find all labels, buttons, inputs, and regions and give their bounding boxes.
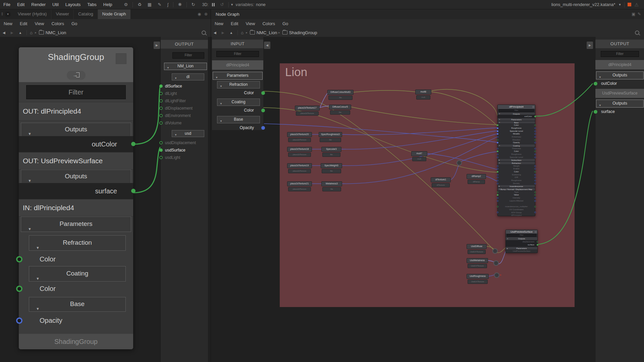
group-header[interactable]: ▼Base bbox=[498, 121, 535, 124]
node-port[interactable] bbox=[534, 139, 536, 141]
shading-node[interactable]: SpecWeight3 file bbox=[321, 163, 342, 173]
divider[interactable] bbox=[132, 2, 133, 7]
node-port[interactable] bbox=[497, 130, 498, 132]
node-port[interactable] bbox=[534, 191, 536, 193]
node-port[interactable] bbox=[497, 197, 498, 199]
param-row[interactable]: Opacity bbox=[498, 141, 535, 144]
shading-node[interactable]: dlRamp2 dlRamp bbox=[467, 174, 486, 184]
surface-port[interactable] bbox=[594, 110, 597, 114]
panel-collapse-button[interactable]: ◀ bbox=[264, 42, 270, 49]
menu-item[interactable]: New bbox=[0, 21, 16, 26]
param-row[interactable]: Value bbox=[498, 193, 535, 196]
outcolor-row[interactable]: outColor bbox=[595, 79, 644, 88]
param-row[interactable]: Roughness bbox=[498, 127, 535, 130]
terminal-item[interactable]: usdSurface bbox=[161, 146, 208, 154]
shading-node[interactable]: DiffuseColourMult3 file bbox=[327, 90, 354, 100]
terminal-item[interactable]: dlEnvironment bbox=[161, 112, 208, 119]
group-header[interactable]: ▼Coating bbox=[498, 144, 535, 147]
node-port[interactable] bbox=[497, 136, 498, 138]
coating-group-header[interactable]: ▼Coating bbox=[217, 99, 260, 106]
breadcrumb-current[interactable]: ShadingGroup bbox=[289, 30, 317, 35]
warning-icon[interactable]: ⚠ bbox=[634, 2, 639, 7]
node-port[interactable] bbox=[534, 206, 536, 207]
terminal-item[interactable]: dlVolume bbox=[161, 119, 208, 127]
search-icon[interactable] bbox=[635, 31, 639, 35]
node-port[interactable] bbox=[534, 136, 536, 138]
node-filter-input[interactable]: Filter bbox=[498, 109, 535, 112]
shading-node[interactable]: Specular3 file bbox=[321, 147, 341, 157]
node-port[interactable] bbox=[534, 154, 536, 155]
terminal-port[interactable] bbox=[159, 141, 163, 144]
menu-item[interactable]: Go bbox=[68, 21, 81, 26]
terminal-item[interactable]: dlLight bbox=[161, 90, 208, 97]
param-row[interactable]: Density bbox=[498, 182, 535, 185]
param-row[interactable]: Scattering bbox=[498, 173, 535, 176]
node-port[interactable] bbox=[497, 180, 498, 181]
node-title[interactable]: UsdDiffuse bbox=[467, 244, 487, 249]
hook-icon[interactable]: ʃ bbox=[164, 2, 171, 7]
shading-node[interactable]: Metalness3 file bbox=[321, 181, 342, 191]
search-icon[interactable] bbox=[202, 31, 206, 35]
panel-expand-button[interactable]: ▶ bbox=[587, 42, 593, 49]
node-filter-input[interactable]: Filter bbox=[26, 85, 126, 99]
node-title[interactable]: dlRamp2 bbox=[467, 174, 486, 179]
breadcrumb-root[interactable]: NMC_Lion bbox=[257, 30, 277, 35]
node-title[interactable]: place2dTexture17 bbox=[295, 106, 320, 111]
usdpreviewsurface-node[interactable]: UsdPreviewSurfaceFilter▼Outputsdisplacem… bbox=[505, 230, 538, 253]
menu-item[interactable]: New bbox=[211, 21, 227, 26]
coating-color-port[interactable] bbox=[16, 286, 22, 292]
parameters-group-header[interactable]: ▼ Parameters bbox=[213, 72, 263, 80]
node-port[interactable] bbox=[497, 191, 498, 193]
param-row[interactable]: Color bbox=[498, 150, 535, 153]
node-port[interactable] bbox=[497, 154, 498, 155]
param-row[interactable]: Specular Level bbox=[498, 156, 535, 159]
node-title[interactable]: mult7 bbox=[411, 151, 427, 156]
param-row[interactable]: Thickness bbox=[498, 147, 535, 150]
node-port[interactable] bbox=[497, 150, 498, 152]
node-port[interactable] bbox=[534, 171, 536, 173]
node-port[interactable] bbox=[497, 177, 498, 178]
param-port[interactable] bbox=[261, 109, 265, 112]
wire-junction-dot[interactable] bbox=[493, 260, 499, 266]
node-color-swatch[interactable] bbox=[116, 53, 126, 64]
node-port[interactable] bbox=[497, 171, 498, 173]
breadcrumb-root[interactable]: NMC_Lion bbox=[46, 30, 66, 35]
node-title[interactable]: Metalness3 bbox=[321, 181, 342, 186]
flower-icon[interactable]: ❋ bbox=[175, 2, 185, 7]
param-row[interactable]: Color bbox=[498, 124, 535, 127]
group-header[interactable]: ▼Parameters bbox=[498, 118, 535, 121]
terminal-group-header[interactable]: ▼usd bbox=[172, 130, 204, 137]
wire-junction-dot[interactable]: ✕ bbox=[494, 273, 499, 278]
shading-node[interactable]: DiffuseColour5 file bbox=[329, 105, 351, 115]
render-status-indicator[interactable] bbox=[628, 3, 631, 6]
terminal-item[interactable]: dlSurface bbox=[161, 82, 208, 90]
tab[interactable]: Viewer (Hydra) bbox=[13, 9, 51, 19]
slate-icon[interactable]: ▦ bbox=[145, 2, 155, 7]
node-title[interactable]: Specular3 bbox=[321, 147, 341, 152]
filter-input[interactable]: Filter bbox=[601, 51, 639, 57]
node-port[interactable] bbox=[497, 127, 498, 129]
node-port[interactable] bbox=[534, 183, 536, 184]
menu-item[interactable]: Colors bbox=[259, 21, 279, 26]
param-row[interactable]: Roughness bbox=[498, 179, 535, 182]
dlprincipled-node[interactable]: dlPrincipled4Filter▼OutputsoutColor▼Para… bbox=[497, 105, 535, 216]
pause-render-icon[interactable] bbox=[210, 3, 217, 6]
base-opacity-row[interactable]: Opacity bbox=[212, 123, 263, 132]
node-port[interactable] bbox=[534, 130, 536, 132]
param-row[interactable]: Anisotropy bbox=[498, 135, 535, 138]
group-header[interactable]: ▼Outputs bbox=[506, 237, 537, 240]
node-port[interactable] bbox=[534, 127, 536, 129]
recycle-icon[interactable]: ♻ bbox=[135, 2, 145, 7]
terminal-port[interactable] bbox=[159, 148, 163, 152]
home-icon[interactable]: ⌂ bbox=[29, 30, 34, 35]
coating-color-row[interactable]: Color bbox=[212, 106, 263, 115]
param-row[interactable]: AOV Group bbox=[498, 211, 535, 214]
shading-node[interactable]: place2dTexture21 place2dTexture bbox=[287, 181, 312, 191]
shading-node[interactable]: dlTexture1 dlTexture bbox=[431, 177, 451, 187]
pane-menu-button[interactable]: ▾ bbox=[5, 11, 11, 17]
node-port[interactable] bbox=[497, 133, 498, 135]
terminal-port[interactable] bbox=[159, 156, 163, 159]
group-header[interactable]: ▼Refraction bbox=[498, 162, 535, 165]
nodegraph-canvas[interactable]: Lion bbox=[211, 37, 644, 362]
outputs-group-header[interactable]: ▼ Outputs bbox=[21, 123, 131, 137]
